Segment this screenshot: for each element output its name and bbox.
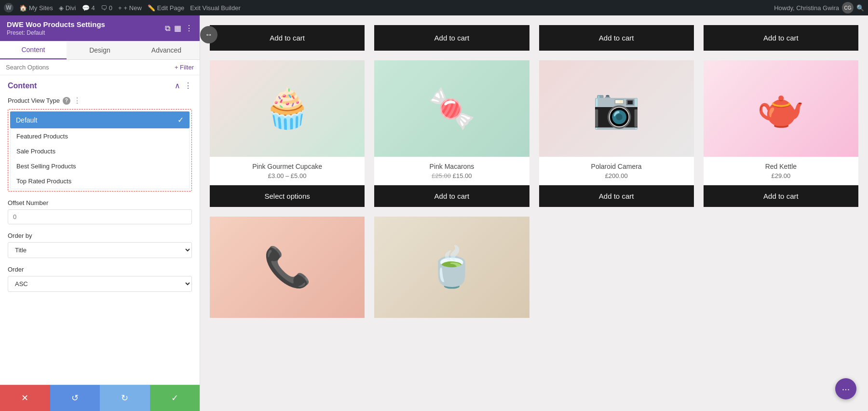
order-select[interactable]: ASC DESC — [8, 276, 192, 292]
order-by-label: Order by — [8, 232, 192, 239]
order-by-group: Order by Title Date Price Rating — [8, 232, 192, 258]
product-price-macaron: £25.00 £15.00 — [379, 172, 524, 179]
sidebar-preset[interactable]: Preset: Default — [7, 29, 105, 36]
empty-cell-3 — [539, 217, 694, 318]
order-by-select[interactable]: Title Date Price Rating — [8, 242, 192, 258]
sidebar-tabs: Content Design Advanced — [0, 41, 200, 60]
content-section: Content ∧ ⋮ Product View Type ? ⋮ Defaul… — [0, 75, 200, 305]
offset-number-input[interactable] — [8, 209, 192, 224]
add-to-cart-btn-top-4[interactable]: Add to cart — [704, 25, 858, 51]
fab-icon: ··· — [842, 384, 850, 395]
product-name-cupcake: Pink Gourmet Cupcake — [215, 163, 360, 170]
sidebar-title: DWE Woo Products Settings — [7, 20, 105, 28]
drag-handle[interactable]: ↔ — [200, 26, 217, 43]
product-card-top-1: Add to cart — [210, 25, 365, 51]
admin-bar-edit-page[interactable]: ✏️ Edit Page — [148, 4, 184, 12]
cancel-button[interactable]: ✕ — [0, 385, 50, 411]
products-area: Add to cart Add to cart Add to cart Add … — [200, 15, 868, 328]
dropdown-option-sale[interactable]: Sale Products — [11, 144, 189, 159]
more-icon[interactable]: ⋮ — [185, 24, 193, 33]
product-card-macaron: Sale! Pink Macarons £25.00 £15.00 Add to… — [374, 60, 529, 207]
section-title: Content — [8, 82, 37, 90]
product-image-macaron — [374, 60, 529, 157]
window-icon[interactable]: ⧉ — [165, 24, 170, 33]
add-to-cart-btn-camera[interactable]: Add to cart — [539, 185, 694, 207]
product-name-kettle: Red Kettle — [708, 163, 854, 170]
search-bar: + Filter — [0, 60, 200, 75]
dropdown-option-bestselling[interactable]: Best Selling Products — [11, 159, 189, 174]
dropdown-option-toprated[interactable]: Top Rated Products — [11, 174, 189, 189]
products-grid-main: Pink Gourmet Cupcake £3.00 – £5.00 Selec… — [210, 60, 858, 207]
admin-bar-new[interactable]: + + New — [118, 4, 142, 12]
sidebar-header: DWE Woo Products Settings Preset: Defaul… — [0, 15, 200, 41]
redo-button[interactable]: ↻ — [100, 385, 150, 411]
products-grid-bottom — [210, 217, 858, 318]
product-card-kettle: Red Kettle £29.00 Add to cart — [704, 60, 858, 207]
product-price-camera: £200.00 — [544, 172, 689, 179]
product-card-top-4: Add to cart — [704, 25, 858, 51]
product-price-cupcake: £3.00 – £5.00 — [215, 172, 360, 179]
action-bar: ✕ ↺ ↻ ✓ — [0, 384, 200, 411]
top-row: Add to cart Add to cart Add to cart Add … — [210, 25, 858, 51]
grid-icon[interactable]: ▦ — [174, 24, 181, 33]
admin-bar-comments[interactable]: 💬 4 — [82, 4, 95, 12]
admin-bar: W 🏠 My Sites ◈ Divi 💬 4 🗨 0 + + New ✏️ E… — [0, 0, 868, 15]
empty-cell-4 — [704, 217, 858, 318]
order-label: Order — [8, 266, 192, 273]
collapse-button[interactable]: ∧ — [175, 81, 180, 90]
help-icon[interactable]: ? — [63, 97, 70, 105]
section-more-button[interactable]: ⋮ — [184, 81, 192, 90]
product-name-macaron: Pink Macarons — [379, 163, 524, 170]
product-card-top-2: Add to cart — [374, 25, 529, 51]
filter-button[interactable]: + Filter — [175, 64, 194, 71]
undo-button[interactable]: ↺ — [50, 385, 100, 411]
product-price-kettle: £29.00 — [708, 172, 854, 179]
add-to-cart-btn-macaron[interactable]: Add to cart — [374, 185, 529, 207]
tab-design[interactable]: Design — [67, 41, 133, 59]
search-input[interactable] — [6, 64, 171, 71]
order-group: Order ASC DESC — [8, 266, 192, 292]
product-view-type-dropdown[interactable]: Default ✓ Featured Products Sale Product… — [8, 109, 192, 192]
dropdown-selected[interactable]: Default ✓ — [10, 111, 190, 128]
product-image-phone — [210, 217, 365, 318]
product-image-camera — [539, 60, 694, 157]
tab-content[interactable]: Content — [0, 41, 67, 59]
product-image-kettle — [704, 60, 858, 157]
right-panel: ↔ Add to cart Add to cart Add to cart Ad… — [200, 15, 868, 411]
admin-bar-bubbles[interactable]: 🗨 0 — [101, 4, 112, 12]
search-icon[interactable]: 🔍 — [856, 4, 864, 12]
product-card-teapot — [374, 217, 529, 318]
tab-advanced[interactable]: Advanced — [133, 41, 200, 59]
wp-logo-icon[interactable]: W — [4, 3, 14, 13]
save-button[interactable]: ✓ — [150, 385, 200, 411]
checkmark-icon: ✓ — [177, 115, 184, 124]
offset-number-label: Offset Number — [8, 199, 192, 206]
floating-action-button[interactable]: ··· — [835, 378, 856, 399]
add-to-cart-btn-top-2[interactable]: Add to cart — [374, 25, 529, 51]
admin-bar-howdy: Howdy, Christina Gwira CG 🔍 — [774, 2, 864, 14]
product-view-type-label: Product View Type ? ⋮ — [8, 96, 192, 105]
product-card-cupcake: Pink Gourmet Cupcake £3.00 – £5.00 Selec… — [210, 60, 365, 207]
product-card-phone — [210, 217, 365, 318]
sidebar: DWE Woo Products Settings Preset: Defaul… — [0, 15, 200, 411]
offset-number-group: Offset Number — [8, 199, 192, 224]
product-name-camera: Polaroid Camera — [544, 163, 689, 170]
add-to-cart-btn-top-1[interactable]: Add to cart — [210, 25, 365, 51]
add-to-cart-btn-top-3[interactable]: Add to cart — [539, 25, 694, 51]
dropdown-options: Featured Products Sale Products Best Sel… — [10, 128, 190, 189]
add-to-cart-btn-kettle[interactable]: Add to cart — [704, 185, 858, 207]
product-card-camera: Polaroid Camera £200.00 Add to cart — [539, 60, 694, 207]
product-card-top-3: Add to cart — [539, 25, 694, 51]
main-wrapper: DWE Woo Products Settings Preset: Defaul… — [0, 15, 868, 411]
select-options-btn-cupcake[interactable]: Select options — [210, 185, 365, 207]
admin-bar-mysites[interactable]: 🏠 My Sites — [19, 4, 53, 12]
dropdown-option-featured[interactable]: Featured Products — [11, 129, 189, 144]
admin-bar-exit-builder[interactable]: Exit Visual Builder — [190, 4, 241, 12]
admin-bar-divi[interactable]: ◈ Divi — [59, 4, 76, 12]
field-more-icon[interactable]: ⋮ — [73, 96, 81, 105]
avatar: CG — [842, 2, 854, 14]
product-image-cupcake — [210, 60, 365, 157]
product-image-teapot — [374, 217, 529, 318]
